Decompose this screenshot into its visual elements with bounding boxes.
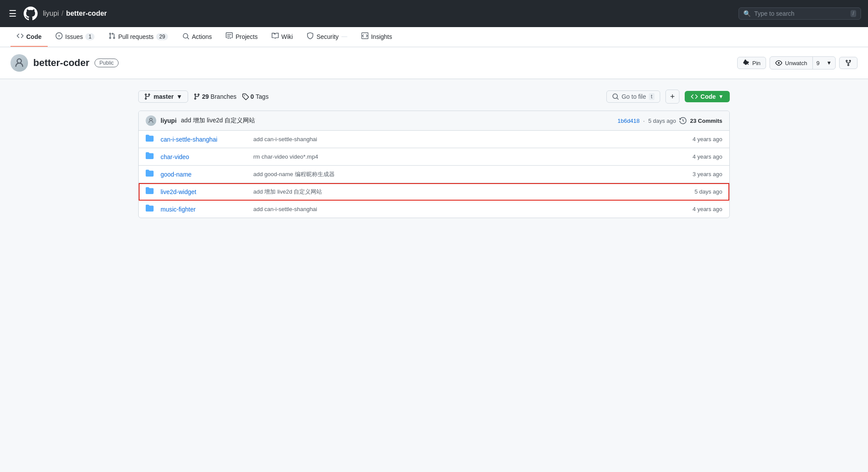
pin-label: Pin xyxy=(752,60,761,66)
commits-link[interactable]: 23 Commits xyxy=(690,118,722,124)
folder-icon xyxy=(146,169,155,179)
file-name[interactable]: can-i-settle-shanghai xyxy=(161,136,248,143)
branch-caret-icon: ▼ xyxy=(176,93,182,100)
file-date: 4 years ago xyxy=(679,136,722,142)
unwatch-button[interactable]: Unwatch 9 ▼ xyxy=(770,56,836,69)
commit-dot: · xyxy=(643,118,645,124)
tab-security-label: Security xyxy=(316,33,339,40)
go-to-file-kbd: t xyxy=(649,93,654,100)
tab-security[interactable]: Security xyxy=(301,27,354,47)
pull-requests-icon xyxy=(108,32,116,41)
file-date: 5 days ago xyxy=(679,188,722,195)
insights-icon xyxy=(361,32,368,41)
repo-header-left: better-coder Public xyxy=(10,54,119,72)
actions-icon xyxy=(182,32,189,41)
file-name[interactable]: music-fighter xyxy=(161,206,248,213)
commit-time: 5 days ago xyxy=(648,118,676,124)
search-box[interactable]: 🔍 / xyxy=(738,7,861,20)
code-button-label: Code xyxy=(700,93,716,100)
tab-issues[interactable]: Issues 1 xyxy=(49,27,101,47)
branches-count: 29 xyxy=(202,93,209,100)
breadcrumb: liyupi / better-coder xyxy=(43,10,107,17)
table-row[interactable]: live2d-widget add 增加 live2d 自定义网站 5 days… xyxy=(139,183,729,201)
file-commit-msg: add 增加 live2d 自定义网站 xyxy=(253,188,673,196)
branch-name: master xyxy=(154,93,174,100)
go-to-file-search[interactable]: Go to file t xyxy=(607,91,660,102)
folder-icon xyxy=(146,204,155,214)
code-icon xyxy=(17,32,24,41)
unwatch-main[interactable]: Unwatch xyxy=(770,57,812,69)
repo-owner[interactable]: liyupi xyxy=(43,10,59,17)
unwatch-label: Unwatch xyxy=(785,60,807,66)
commit-header: liyupi add 增加 live2d 自定义网站 1b6d418 · 5 d… xyxy=(139,111,729,131)
commit-message: add 增加 live2d 自定义网站 xyxy=(181,117,256,125)
file-commit-msg: add can-i-settle-shanghai xyxy=(253,206,673,212)
tab-insights-label: Insights xyxy=(371,33,392,40)
folder-icon xyxy=(146,134,155,144)
commit-meta: 1b6d418 · 5 days ago 23 Commits xyxy=(617,117,722,124)
add-file-button[interactable]: + xyxy=(665,90,679,104)
user-avatar xyxy=(10,54,28,72)
tab-wiki[interactable]: Wiki xyxy=(266,27,299,47)
visibility-badge: Public xyxy=(94,59,119,67)
file-name[interactable]: char-video xyxy=(161,153,248,160)
code-button[interactable]: Code ▼ xyxy=(685,91,730,102)
hamburger-icon[interactable]: ☰ xyxy=(7,7,18,21)
tab-actions[interactable]: Actions xyxy=(176,27,218,47)
security-badge xyxy=(341,36,347,37)
repo-title[interactable]: better-coder xyxy=(33,57,89,69)
folder-icon xyxy=(146,187,155,197)
table-row[interactable]: char-video rm char-video video*.mp4 4 ye… xyxy=(139,148,729,166)
file-commit-msg: rm char-video video*.mp4 xyxy=(253,153,673,160)
go-to-file[interactable]: Go to file t xyxy=(606,90,660,103)
tab-code-label: Code xyxy=(26,33,42,40)
file-name[interactable]: live2d-widget xyxy=(161,188,248,195)
file-date: 3 years ago xyxy=(679,171,722,177)
branches-label: Branches xyxy=(210,93,236,100)
file-table: liyupi add 增加 live2d 自定义网站 1b6d418 · 5 d… xyxy=(138,111,730,218)
tab-pull-requests-label: Pull requests xyxy=(118,33,154,40)
file-commit-msg: add can-i-settle-shanghai xyxy=(253,136,673,142)
code-button-caret: ▼ xyxy=(718,94,724,100)
github-logo[interactable] xyxy=(24,7,38,21)
file-date: 4 years ago xyxy=(679,153,722,160)
repo-header: better-coder Public Pin Unwatch 9 ▼ xyxy=(0,47,868,79)
tab-insights[interactable]: Insights xyxy=(355,27,398,47)
tags-count: 0 xyxy=(251,93,254,100)
branch-bar: master ▼ 29 Branches 0 Tags Go to file t xyxy=(138,90,730,104)
issues-badge: 1 xyxy=(85,33,94,40)
tab-code[interactable]: Code xyxy=(10,27,48,47)
file-date: 4 years ago xyxy=(679,206,722,212)
branches-info[interactable]: 29 Branches xyxy=(193,93,237,100)
tab-pull-requests[interactable]: Pull requests 29 xyxy=(102,27,174,47)
issues-icon xyxy=(56,32,63,41)
commits-count: 23 Commits xyxy=(690,118,722,124)
tags-label: Tags xyxy=(256,93,269,100)
file-name[interactable]: good-name xyxy=(161,171,248,178)
search-icon: 🔍 xyxy=(743,10,751,17)
main-content: master ▼ 29 Branches 0 Tags Go to file t xyxy=(128,79,740,229)
table-row[interactable]: can-i-settle-shanghai add can-i-settle-s… xyxy=(139,131,729,148)
fork-button[interactable] xyxy=(839,57,858,69)
tab-projects-label: Projects xyxy=(235,33,258,40)
tab-projects[interactable]: Projects xyxy=(220,27,264,47)
unwatch-caret[interactable]: ▼ xyxy=(823,58,835,68)
commit-hash[interactable]: 1b6d418 xyxy=(617,118,640,124)
repo-tabs: Code Issues 1 Pull requests 29 Actions xyxy=(0,27,868,47)
file-rows: can-i-settle-shanghai add can-i-settle-s… xyxy=(139,131,729,218)
table-row[interactable]: good-name add good-name 编程昵称生成器 3 years … xyxy=(139,166,729,183)
unwatch-count: 9 xyxy=(813,58,823,69)
go-to-file-label: Go to file xyxy=(622,93,646,100)
tab-actions-label: Actions xyxy=(192,33,212,40)
repo-name-nav[interactable]: better-coder xyxy=(66,10,107,17)
security-icon xyxy=(307,32,314,41)
pin-button[interactable]: Pin xyxy=(737,57,766,69)
search-input[interactable] xyxy=(754,10,847,17)
tab-issues-label: Issues xyxy=(65,33,83,40)
pull-requests-badge: 29 xyxy=(156,33,168,40)
table-row[interactable]: music-fighter add can-i-settle-shanghai … xyxy=(139,201,729,218)
branch-select[interactable]: master ▼ xyxy=(138,90,188,103)
tags-info[interactable]: 0 Tags xyxy=(242,93,269,100)
commit-author-name[interactable]: liyupi xyxy=(161,117,177,124)
file-commit-msg: add good-name 编程昵称生成器 xyxy=(253,170,673,178)
